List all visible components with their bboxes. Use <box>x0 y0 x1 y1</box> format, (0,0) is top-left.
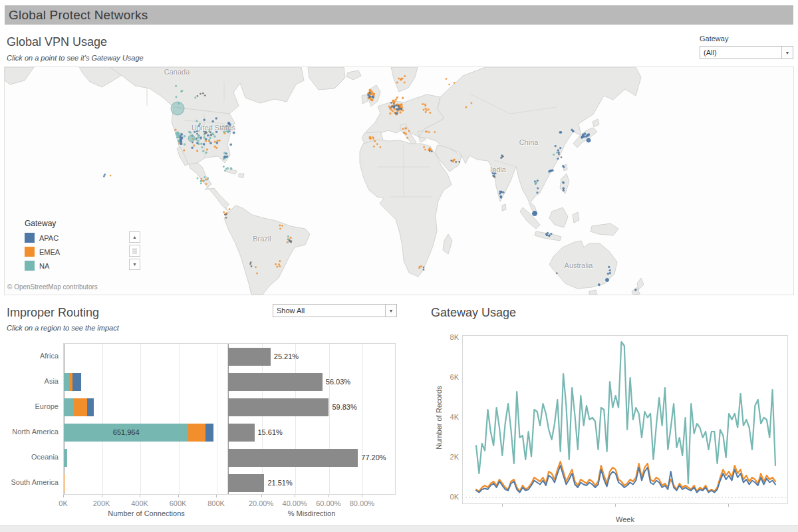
x-tick-label: 0K <box>59 499 67 507</box>
improper-routing-subtitle: Click on a region to see the impact <box>7 324 119 332</box>
bar-segment-misdirection[interactable] <box>228 373 323 391</box>
legend-item-emea[interactable]: EMEA <box>25 247 60 257</box>
table-row[interactable]: 15.61% <box>228 424 396 442</box>
map-legend: Gateway APACEMEANA <box>25 219 60 275</box>
table-row[interactable]: 651,964 <box>64 424 230 442</box>
chevron-down-icon[interactable]: ▼ <box>385 305 396 317</box>
map-label-canada: Canada <box>164 68 190 76</box>
table-row[interactable]: 77.20% <box>228 449 396 467</box>
bar-percent-label: 25.21% <box>274 352 299 360</box>
x-tick-label: 60.00% <box>316 499 340 507</box>
y-tick-label: 8K <box>439 333 459 341</box>
legend-label: EMEA <box>39 248 60 256</box>
x-tick-label: 400K <box>131 499 148 507</box>
scroll-thumb[interactable] <box>129 245 140 257</box>
bar-segment-emea[interactable] <box>74 398 87 416</box>
x-axis-title-connections: Number of Connections <box>108 509 185 517</box>
bar-percent-label: 15.61% <box>258 428 283 436</box>
legend-swatch <box>25 233 35 243</box>
table-row[interactable]: 25.21% <box>228 348 396 366</box>
bar-segment-emea[interactable] <box>188 424 205 442</box>
bar-segment-na[interactable] <box>64 398 74 416</box>
bar-segment-na[interactable] <box>64 449 67 467</box>
bar-segment-apac[interactable] <box>87 398 94 416</box>
row-label-europe: Europe <box>5 402 59 410</box>
legend-label: APAC <box>39 234 59 242</box>
legend-label: NA <box>39 262 49 270</box>
scroll-down-icon[interactable]: ▼ <box>129 259 140 270</box>
table-row[interactable] <box>64 348 230 366</box>
bar-segment-misdirection[interactable] <box>228 398 329 416</box>
table-row[interactable]: 21.51% <box>228 474 396 492</box>
table-row[interactable]: 56.03% <box>228 373 396 391</box>
bar-segment-misdirection[interactable] <box>228 424 255 442</box>
gateway-usage-plot <box>462 335 788 504</box>
table-row[interactable] <box>64 373 230 391</box>
map-label-india: India <box>490 166 506 174</box>
gateway-filter-label: Gateway <box>700 35 728 43</box>
legend-item-apac[interactable]: APAC <box>25 233 60 243</box>
legend-swatch <box>25 247 35 257</box>
legend-item-na[interactable]: NA <box>25 261 60 271</box>
bar-segment-misdirection[interactable] <box>228 348 271 366</box>
map-scrollbar[interactable]: ▲ ▼ <box>129 231 140 270</box>
row-label-south-america: South America <box>5 478 59 486</box>
legend-swatch <box>25 261 35 271</box>
region-filter-dropdown[interactable]: Show All ▼ <box>273 304 397 317</box>
bar-segment-na[interactable] <box>64 373 69 391</box>
bar-percent-label: 21.51% <box>267 479 292 487</box>
table-row[interactable] <box>64 449 230 467</box>
map-label-china: China <box>519 138 539 146</box>
row-label-oceania: Oceania <box>5 453 59 461</box>
map-attribution: © OpenStreetMap contributors <box>7 283 98 291</box>
bar-segment-misdirection[interactable] <box>228 474 264 492</box>
y-axis-title: Number of Records <box>435 371 443 464</box>
x-axis-title-misdirection: % Misdirection <box>288 509 336 517</box>
bottom-strip <box>0 525 798 532</box>
map-label-united-states: United States <box>192 124 235 132</box>
row-label-north-america: North America <box>5 428 59 436</box>
scroll-up-icon[interactable]: ▲ <box>129 231 140 243</box>
misdirection-plot: 25.21%56.03%59.83%15.61%77.20%21.51% <box>227 343 396 495</box>
dashboard-title-bar: Global Protect Networks <box>5 5 793 25</box>
x-tick-label: 800K <box>207 499 225 507</box>
bar-segment-apac[interactable] <box>205 424 213 442</box>
row-label-asia: Asia <box>5 377 59 385</box>
improper-routing-title: Improper Routing <box>7 306 99 320</box>
x-tick-label: 40.00% <box>283 499 307 507</box>
bar-segment-misdirection[interactable] <box>228 449 358 467</box>
x-tick-label: 200K <box>93 499 110 507</box>
map-label-brazil: Brazil <box>253 235 271 243</box>
map-label-australia: Australia <box>565 261 593 269</box>
gateway-filter-dropdown[interactable]: (All) ▼ <box>700 46 793 59</box>
table-row[interactable]: 59.83% <box>228 398 396 416</box>
map-canvas <box>5 67 793 295</box>
x-tick-label: 20.00% <box>249 499 273 507</box>
y-tick-label: 0K <box>439 493 459 501</box>
table-row[interactable] <box>64 474 230 492</box>
bar-percent-label: 59.83% <box>332 403 356 411</box>
bar-segment-emea[interactable] <box>64 474 65 492</box>
dashboard-title: Global Protect Networks <box>5 8 148 23</box>
x-tick-label: 600K <box>170 499 187 507</box>
region-filter-value: Show All <box>273 305 385 317</box>
bar-percent-label: 56.03% <box>326 378 350 386</box>
map-legend-title: Gateway <box>25 219 60 228</box>
row-label-africa: Africa <box>5 352 59 360</box>
chevron-down-icon[interactable]: ▼ <box>781 47 793 59</box>
bar-value-label: 651,964 <box>113 428 140 436</box>
connections-plot: 651,964 <box>63 343 229 495</box>
x-tick-label: 80.00% <box>350 499 374 507</box>
dashboard: Global Protect Networks Global VPN Usage… <box>0 0 798 532</box>
gateway-filter-value: (All) <box>700 47 781 59</box>
table-row[interactable] <box>64 398 230 416</box>
vpn-section-subtitle: Click on a point to see it's Gateway Usa… <box>7 54 144 62</box>
bar-segment-apac[interactable] <box>72 373 81 391</box>
vpn-section-title: Global VPN Usage <box>7 35 107 49</box>
bar-percent-label: 77.20% <box>361 454 386 462</box>
world-map[interactable]: CanadaUnited StatesBrazilChinaIndiaAustr… <box>4 66 794 295</box>
x-axis-title-week: Week <box>616 515 634 523</box>
gateway-usage-title: Gateway Usage <box>431 306 516 320</box>
